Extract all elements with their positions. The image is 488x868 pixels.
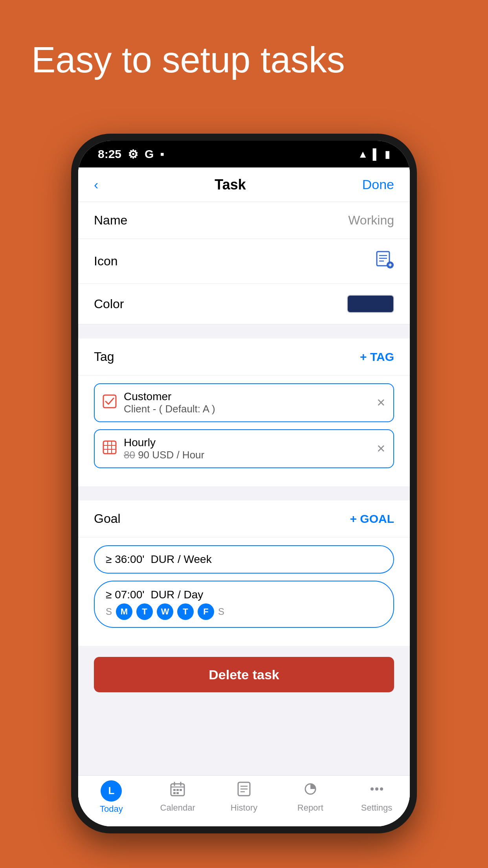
svg-rect-21 — [176, 792, 179, 794]
tag-chip-text-customer: Customer Client - ( Default: A ) — [124, 390, 215, 415]
days-row: S M T W T F S — [106, 603, 382, 620]
svg-point-29 — [380, 787, 383, 791]
tag-chip-text-hourly: Hourly 80 90 USD / Hour — [124, 436, 204, 461]
goal-header-row: Goal + GOAL — [78, 500, 410, 537]
name-label: Name — [94, 213, 127, 228]
hourly-subtitle: 80 90 USD / Hour — [124, 449, 204, 461]
color-swatch[interactable] — [347, 295, 394, 313]
tab-calendar[interactable]: Calendar — [145, 781, 211, 813]
goal-chip-daily[interactable]: ≥ 07:00' DUR / Day S M T W T F — [94, 581, 394, 628]
goal-daily-value: ≥ 07:00' — [106, 588, 145, 601]
page-title: Task — [215, 177, 246, 193]
goal-section: Goal + GOAL ≥ 36:00' DUR / Week — [78, 500, 410, 646]
tab-today[interactable]: L Today — [78, 780, 145, 814]
done-button[interactable]: Done — [362, 177, 394, 192]
goal-items-area: ≥ 36:00' DUR / Week ≥ 07:00' DUR / Day — [78, 537, 410, 646]
tag-chip-customer[interactable]: Customer Client - ( Default: A ) ✕ — [94, 383, 394, 422]
icon-label: Icon — [94, 254, 117, 268]
goal-chip-content-weekly: ≥ 36:00' DUR / Week — [106, 553, 382, 566]
section-divider-1 — [78, 324, 410, 338]
tab-settings[interactable]: Settings — [343, 781, 410, 813]
hourly-old-price: 80 — [124, 449, 135, 461]
section-divider-2 — [78, 486, 410, 500]
customer-icon — [103, 394, 117, 412]
add-tag-button[interactable]: + TAG — [360, 350, 394, 364]
tag-chip-left-hourly: Hourly 80 90 USD / Hour — [103, 436, 204, 461]
tag-chip-left-customer: Customer Client - ( Default: A ) — [103, 390, 215, 415]
customer-close-button[interactable]: ✕ — [376, 396, 385, 409]
goal-chip-content-daily: ≥ 07:00' DUR / Day S M T W T F — [106, 588, 382, 620]
nav-bar: ‹ Task Done — [78, 167, 410, 202]
tag-chip-hourly[interactable]: Hourly 80 90 USD / Hour ✕ — [94, 429, 394, 468]
tab-bar: L Today — [78, 775, 410, 826]
customer-subtitle: Client - ( Default: A ) — [124, 403, 215, 415]
time-display: 8:25 — [98, 147, 121, 161]
svg-point-27 — [375, 787, 378, 791]
tab-today-label: Today — [100, 804, 123, 814]
goal-label: Goal — [94, 511, 121, 526]
status-bar-right: ▲ ▌ ▮ — [358, 148, 390, 160]
day-t2: T — [177, 603, 194, 620]
hourly-close-button[interactable]: ✕ — [376, 442, 385, 455]
content-area: Name Working Icon — [78, 202, 410, 775]
today-icon: L — [101, 780, 122, 802]
color-label: Color — [94, 297, 124, 311]
tab-calendar-label: Calendar — [160, 803, 195, 813]
day-f: F — [198, 603, 214, 620]
battery-icon: ▮ — [385, 148, 390, 160]
gear-icon: ⚙ — [128, 147, 138, 161]
day-w: W — [157, 603, 173, 620]
phone-screen: 8:25 ⚙ G ▪ ▲ ▌ ▮ ‹ Task Done — [78, 141, 410, 826]
tab-history[interactable]: History — [211, 781, 277, 813]
tag-section: Tag + TAG — [78, 338, 410, 486]
svg-rect-18 — [176, 789, 179, 791]
wifi-icon: ▲ — [358, 148, 368, 160]
day-t1: T — [136, 603, 153, 620]
tag-header-row: Tag + TAG — [78, 338, 410, 375]
goal-chip-weekly[interactable]: ≥ 36:00' DUR / Week — [94, 545, 394, 574]
tab-report[interactable]: Report — [277, 781, 343, 813]
name-row[interactable]: Name Working — [78, 202, 410, 239]
history-icon — [236, 781, 252, 800]
hourly-title: Hourly — [124, 436, 204, 449]
settings-icon — [369, 781, 385, 800]
name-value: Working — [348, 213, 394, 228]
day-m: M — [116, 603, 132, 620]
tag-items-area: Customer Client - ( Default: A ) ✕ — [78, 375, 410, 486]
svg-rect-8 — [103, 441, 116, 454]
calendar-icon — [170, 781, 185, 800]
tab-report-label: Report — [297, 803, 323, 813]
back-button[interactable]: ‹ — [94, 177, 98, 192]
task-icon — [375, 250, 394, 272]
goal-weekly-unit: DUR / Week — [151, 553, 212, 566]
google-icon: G — [145, 147, 154, 161]
hourly-new-price: 90 USD / Hour — [138, 449, 204, 461]
svg-point-28 — [371, 787, 374, 791]
color-row[interactable]: Color — [78, 284, 410, 324]
status-bar-left: 8:25 ⚙ G ▪ — [98, 147, 164, 161]
report-icon — [303, 781, 318, 800]
tag-label: Tag — [94, 349, 114, 364]
app-screen: ‹ Task Done Name Working Icon — [78, 167, 410, 826]
add-goal-button[interactable]: + GOAL — [350, 512, 394, 526]
goal-daily-unit: DUR / Day — [151, 588, 204, 601]
signal-icon: ▌ — [373, 148, 380, 160]
day-s1: S — [106, 606, 112, 617]
day-s2: S — [218, 606, 224, 617]
goal-chip-row-daily: ≥ 07:00' DUR / Day — [106, 588, 382, 601]
icon-row[interactable]: Icon — [78, 239, 410, 284]
hero-tagline: Easy to setup tasks — [31, 39, 457, 81]
phone-frame: 8:25 ⚙ G ▪ ▲ ▌ ▮ ‹ Task Done — [71, 134, 417, 833]
svg-rect-19 — [180, 789, 182, 791]
tab-history-label: History — [231, 803, 257, 813]
hourly-icon — [103, 440, 117, 458]
status-bar: 8:25 ⚙ G ▪ ▲ ▌ ▮ — [78, 141, 410, 167]
tab-settings-label: Settings — [361, 803, 393, 813]
goal-chip-row-weekly: ≥ 36:00' DUR / Week — [106, 553, 382, 566]
card-icon: ▪ — [160, 147, 164, 161]
customer-title: Customer — [124, 390, 215, 403]
delete-section: Delete task — [78, 646, 410, 708]
svg-rect-17 — [173, 789, 176, 791]
delete-task-button[interactable]: Delete task — [94, 657, 394, 692]
svg-rect-20 — [173, 792, 176, 794]
